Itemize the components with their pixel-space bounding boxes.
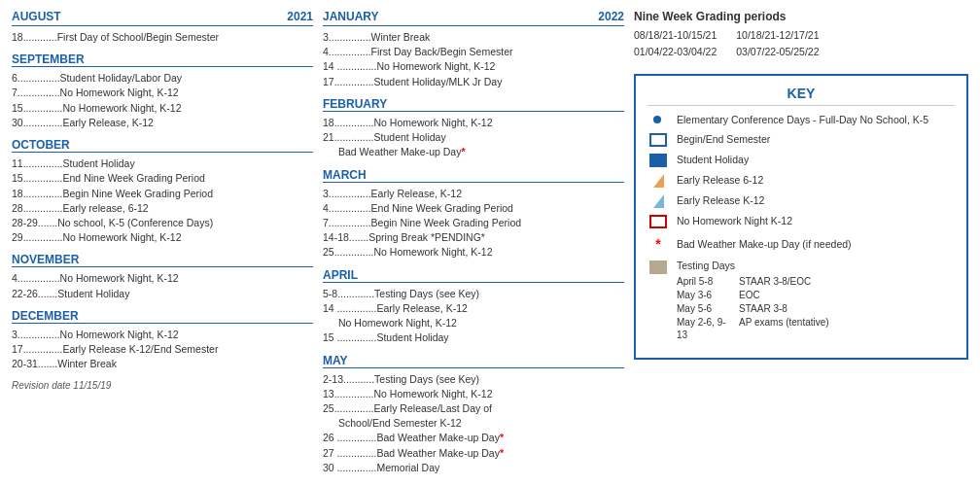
- august-entries: 18............First Day of School/Begin …: [12, 30, 313, 45]
- right-column: Nine Week Grading periods 08/18/21-10/15…: [634, 10, 968, 476]
- cal-entry: 30..............Early Release, K-12: [12, 116, 313, 130]
- august-title: AUGUST: [12, 10, 61, 23]
- page: AUGUST 2021 18............First Day of S…: [0, 0, 980, 486]
- cal-entry: 14-18.......Spring Break *PENDING*: [323, 230, 624, 245]
- revision-date: Revision date 11/15/19: [12, 380, 313, 391]
- grading-period-4: 03/07/22-05/25/22: [736, 44, 819, 60]
- cal-entry: 18............First Day of School/Begin …: [12, 30, 313, 45]
- testing-details: Testing Days April 5-8 STAAR 3-8/EOC May…: [677, 260, 829, 341]
- grading-title: Nine Week Grading periods: [634, 10, 968, 23]
- september-title: SEPTEMBER: [12, 52, 85, 66]
- february-title: FEBRUARY: [323, 97, 387, 111]
- key-label-early-release-612: Early Release 6-12: [677, 174, 763, 188]
- square-outline-shape: [649, 133, 667, 147]
- cal-entry: 4...............First Day Back/Begin Sem…: [323, 45, 624, 59]
- march-entries: 3...............Early Release, K-12 4...…: [323, 187, 624, 260]
- cal-entry: Bad Weather Make-up Day*: [323, 145, 624, 159]
- cal-entry: 30 ..............Memorial Day: [323, 461, 624, 475]
- key-label-no-homework: No Homework Night K-12: [677, 215, 792, 228]
- may-title: MAY: [323, 354, 348, 367]
- cal-entry: 4...............No Homework Night, K-12: [12, 271, 313, 286]
- january-title: JANUARY: [323, 10, 379, 23]
- year-2021: 2021: [287, 10, 313, 23]
- cal-entry: 17..............Student Holiday/MLK Jr D…: [323, 75, 624, 89]
- blue-dot-icon: [648, 116, 669, 123]
- testing-desc-4: AP exams (tentative): [739, 316, 829, 341]
- begin-end-icon: [648, 133, 669, 147]
- grading-col-left: 08/18/21-10/15/21 01/04/22-03/04/22: [634, 27, 717, 60]
- bad-weather-icon: *: [648, 235, 669, 253]
- cal-entry: 2-13...........Testing Days (see Key): [323, 372, 624, 387]
- square-filled-shape: [649, 154, 667, 167]
- key-entry-bad-weather: * Bad Weather Make-up Day (if needed): [648, 235, 955, 253]
- testing-desc-1: STAAR 3-8/EOC: [739, 275, 829, 288]
- elementary-dot: [653, 116, 661, 123]
- april-entries: 5-8.............Testing Days (see Key) 1…: [323, 287, 624, 346]
- cal-entry: 28..............Early release, 6-12: [12, 201, 313, 216]
- testing-dates-2: May 3-6: [677, 289, 735, 301]
- early-release-612-icon: [648, 174, 669, 188]
- cal-entry: 14 ..............Early Release, K-12: [323, 301, 624, 316]
- square-outline-red-shape: [649, 215, 667, 228]
- key-entry-no-homework: No Homework Night K-12: [648, 215, 955, 228]
- march-title: MARCH: [323, 168, 367, 182]
- key-label-testing: Testing Days: [677, 260, 735, 271]
- cal-entry: 15..............No Homework Night, K-12: [12, 101, 313, 116]
- student-holiday-icon: [648, 154, 669, 167]
- testing-desc-3: STAAR 3-8: [739, 302, 829, 315]
- testing-dates-4: May 2-6, 9-13: [677, 316, 735, 341]
- cal-entry: School/End Semester K-12: [323, 416, 624, 431]
- triangle-orange-shape: [653, 174, 664, 188]
- testing-desc-2: EOC: [739, 289, 829, 301]
- cal-entry: 11..............Student Holiday: [12, 156, 313, 171]
- testing-icon: [648, 260, 669, 274]
- cal-entry: 5-8.............Testing Days (see Key): [323, 287, 624, 301]
- red-star-icon: *: [500, 432, 504, 443]
- october-title: OCTOBER: [12, 138, 70, 152]
- cal-entry: 4...............End Nine Week Grading Pe…: [323, 201, 624, 216]
- key-entry-early-release-612: Early Release 6-12: [648, 174, 955, 188]
- triangle-blue-shape: [653, 194, 664, 208]
- testing-dates-3: May 5-6: [677, 302, 735, 315]
- cal-entry: 17..............Early Release K-12/End S…: [12, 342, 313, 357]
- grading-period-1: 08/18/21-10/15/21: [634, 27, 717, 44]
- key-box: KEY Elementary Conference Days - Full-Da…: [634, 74, 968, 360]
- grading-section: Nine Week Grading periods 08/18/21-10/15…: [634, 10, 968, 60]
- april-title: APRIL: [323, 268, 358, 282]
- red-star-icon: *: [500, 447, 504, 459]
- cal-entry: 7...............No Homework Night, K-12: [12, 86, 313, 100]
- cal-entry: 29..............No Homework Night, K-12: [12, 230, 313, 245]
- cal-entry: 25..............Early Release/Last Day o…: [323, 401, 624, 416]
- key-entry-testing: Testing Days April 5-8 STAAR 3-8/EOC May…: [648, 260, 955, 341]
- no-homework-icon: [648, 215, 669, 228]
- january-entries: 3...............Winter Break 4..........…: [323, 30, 624, 89]
- key-label-bad-weather: Bad Weather Make-up Day (if needed): [677, 238, 852, 252]
- cal-entry: 27 ..............Bad Weather Make-up Day…: [323, 446, 624, 461]
- year-2022: 2022: [598, 10, 624, 23]
- testing-dates-1: April 5-8: [677, 275, 735, 288]
- cal-entry: 13..............No Homework Night, K-12: [323, 387, 624, 401]
- cal-entry: 3...............Winter Break: [323, 30, 624, 45]
- key-entry-early-release-k12: Early Release K-12: [648, 194, 955, 208]
- october-entries: 11..............Student Holiday 15......…: [12, 156, 313, 245]
- november-title: NOVEMBER: [12, 253, 79, 266]
- red-star-icon: *: [461, 146, 465, 157]
- cal-entry: 3...............No Homework Night, K-12: [12, 328, 313, 342]
- cal-entry: 21..............Student Holiday: [323, 130, 624, 145]
- key-label-begin-end: Begin/End Semester: [677, 133, 770, 147]
- cal-entry: 26 ..............Bad Weather Make-up Day…: [323, 431, 624, 445]
- cal-entry: 3...............Early Release, K-12: [323, 187, 624, 201]
- cal-entry: 6...............Student Holiday/Labor Da…: [12, 71, 313, 86]
- cal-entry: 14 ..............No Homework Night, K-12: [323, 59, 624, 74]
- cal-entry: 15 ..............Student Holiday: [323, 330, 624, 345]
- september-entries: 6...............Student Holiday/Labor Da…: [12, 71, 313, 130]
- red-star-symbol: *: [655, 235, 660, 253]
- key-title: KEY: [648, 86, 955, 106]
- cal-entry: 15..............End Nine Week Grading Pe…: [12, 171, 313, 186]
- key-entry-conference: Elementary Conference Days - Full-Day No…: [648, 114, 955, 127]
- cal-entry: 18..............Begin Nine Week Grading …: [12, 187, 313, 201]
- key-entry-student-holiday: Student Holiday: [648, 154, 955, 167]
- grading-period-3: 01/04/22-03/04/22: [634, 44, 717, 60]
- square-tan-shape: [649, 260, 667, 274]
- key-entry-begin-end: Begin/End Semester: [648, 133, 955, 147]
